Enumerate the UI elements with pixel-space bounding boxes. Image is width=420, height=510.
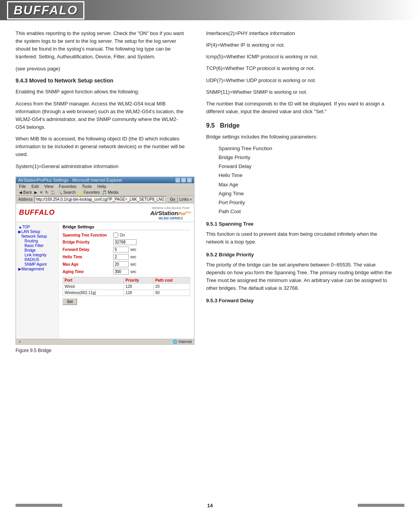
sidebar-routing[interactable]: Routing <box>24 239 56 243</box>
menu-favorites[interactable]: Favorites <box>59 184 76 189</box>
table-row: Wired 128 20 <box>63 283 190 289</box>
sidebar-radius[interactable]: RADIUS <box>24 258 56 262</box>
param-hello-time: Hello Time <box>219 172 393 179</box>
priority-wired: 128 <box>124 283 153 289</box>
sidebar-snmp-agent[interactable]: SNMP Agent <box>24 262 56 266</box>
address-label: Address <box>18 197 33 202</box>
bottom-bar-left-rule <box>16 504 62 507</box>
sidebar-basic-filter[interactable]: Basic Filter <box>24 244 56 248</box>
max-age-label: Max Age <box>63 262 113 266</box>
forward-delay-row: Forward Delay sec <box>63 247 190 252</box>
go-button[interactable]: Go <box>167 196 178 202</box>
sidebar-network-setup[interactable]: Network Setup <box>21 234 56 238</box>
hello-time-input[interactable] <box>113 254 129 260</box>
intro-paragraph: This enables reporting to the syslog ser… <box>16 30 187 61</box>
media-btn[interactable]: 🎵 Media <box>102 190 118 195</box>
param-forward-delay: Forward Delay <box>219 163 393 170</box>
header-bar: BUFFALO <box>0 0 420 20</box>
sidebar-link-integrity[interactable]: Link Integrity <box>24 253 56 257</box>
wireless-label: Wireless LAN Access Point <box>152 206 189 210</box>
col-priority: Priority <box>124 277 153 283</box>
max-age-input[interactable] <box>113 261 129 267</box>
menu-edit[interactable]: Edit <box>32 184 39 189</box>
bridge-form-area: Bridge Settings Spanning Tree Function O… <box>59 222 194 339</box>
section-951-text: This function is used to prevent data fr… <box>206 230 393 246</box>
max-age-unit: sec <box>130 262 136 266</box>
right-line-3: Icmp(5)=Whether ICMP protocol is working… <box>206 53 393 61</box>
status-internet: 🌐 Internet <box>173 340 192 344</box>
left-column: This enables reporting to the syslog ser… <box>0 30 198 358</box>
links-btn[interactable]: Links » <box>179 197 192 202</box>
section-95-heading: 9.5 Bridge <box>206 121 393 131</box>
back-btn[interactable]: ◀ Back <box>19 190 32 195</box>
section-95-num: 9.5 <box>206 122 215 129</box>
aging-time-row: Aging Time sec <box>63 269 190 275</box>
section-95-intro: Bridge settings includes the following p… <box>206 133 393 141</box>
browser-title: AirStationProPlus Settings - Microsoft I… <box>18 178 122 182</box>
bridge-priority-label: Bridge Priority <box>63 240 113 244</box>
sidebar-management[interactable]: ▶Management <box>18 267 56 271</box>
param-bridge-priority: Bridge Priority <box>219 154 393 161</box>
buffalo-logo: BUFFALO <box>7 1 84 19</box>
page-number: 14 <box>62 503 358 508</box>
hello-time-row: Hello Time sec <box>63 254 190 260</box>
right-column: Interfaces(2)=PHY interface information … <box>198 30 408 358</box>
right-line-4: TCP(6)=Whether TCP protocol is working o… <box>206 65 393 72</box>
param-port-priority: Port Priority <box>219 199 393 207</box>
port-wireless: Wireless(802.11g) <box>63 289 124 296</box>
spanning-tree-checkbox[interactable] <box>113 233 118 238</box>
home-btn[interactable]: 🏠 <box>51 190 55 195</box>
airstation-logo: Wireless LAN Access Point AirStationProp… <box>150 205 191 220</box>
menu-tools[interactable]: Tools <box>82 184 92 189</box>
minimize-btn[interactable]: _ <box>175 178 180 182</box>
bridge-priority-row: Bridge Priority <box>63 239 190 245</box>
content-area: This enables reporting to the syslog ser… <box>0 20 420 358</box>
browser-screenshot: AirStationProPlus Settings - Microsoft I… <box>16 177 194 345</box>
section-952-heading: 9.5.2 Bridge Priority <box>206 251 393 259</box>
section-943-heading: 9.4.3 Moved to Network Setup section <box>16 77 187 85</box>
menu-view[interactable]: View <box>44 184 54 189</box>
see-previous: (see previous page) <box>16 65 187 73</box>
section-943-para4: System(1)=General administrative informa… <box>16 163 187 170</box>
search-btn[interactable]: 🔍 Search <box>58 190 75 195</box>
menu-file[interactable]: File <box>19 184 26 189</box>
browser-statusbar: ✓ 🌐 Internet <box>16 339 194 344</box>
station-text: Station <box>158 210 178 216</box>
sidebar-lan-setup[interactable]: ▶LAN Setup <box>18 230 56 234</box>
section-943-para2: Access from the SNMP manager. Access the… <box>16 100 187 131</box>
browser-toolbar: ◀ Back ▶ ✕ ↻ 🏠 🔍 Search ⭐ Favorites 🎵 Me… <box>16 189 194 196</box>
spanning-tree-label: Spanning Tree Function <box>63 233 113 237</box>
table-row: Wireless(802.11g) 128 50 <box>63 289 190 296</box>
page-header-strip: BUFFALO Wireless LAN Access Point AirSta… <box>16 203 194 222</box>
port-table: Port Priority Path cost Wired 128 20 <box>63 277 190 296</box>
maximize-btn[interactable]: □ <box>181 178 186 182</box>
bridge-priority-input[interactable] <box>113 239 136 245</box>
forward-delay-input[interactable] <box>113 247 129 252</box>
section-952-text: The priority of the bridge can be set an… <box>206 261 393 293</box>
pathcost-wireless: 50 <box>154 289 190 296</box>
forward-delay-label: Forward Delay <box>63 247 113 252</box>
menu-help[interactable]: Help <box>97 184 106 189</box>
param-spanning-tree: Spanning Tree Function <box>219 145 393 152</box>
set-button[interactable]: Set <box>63 298 77 305</box>
refresh-btn[interactable]: ↻ <box>45 190 48 195</box>
browser-menubar: File Edit View Favorites Tools Help <box>16 183 194 189</box>
aging-time-input[interactable] <box>113 269 129 275</box>
favorites-btn[interactable]: ⭐ Favorites <box>78 190 100 195</box>
param-path-cost: Path Cost <box>219 208 393 216</box>
section-953-heading: 9.5.3 Forward Delay <box>206 297 393 305</box>
forward-btn[interactable]: ▶ <box>34 190 37 195</box>
spanning-tree-row: Spanning Tree Function On <box>63 233 190 238</box>
browser-titlebar-buttons: _ □ × <box>175 178 192 182</box>
inner-buffalo-logo: BUFFALO <box>19 209 55 217</box>
address-input[interactable] <box>34 196 166 202</box>
param-max-age: Max Age <box>219 181 393 189</box>
sidebar-top[interactable]: ▲TOP <box>18 225 56 229</box>
max-age-row: Max Age sec <box>63 261 190 267</box>
sidebar-bridge[interactable]: Bridge <box>24 248 56 252</box>
right-line-2: IP(4)=Whether IP is working or not. <box>206 41 393 49</box>
stop-btn[interactable]: ✕ <box>40 190 43 195</box>
close-btn[interactable]: × <box>187 178 192 182</box>
forward-delay-unit: sec <box>130 247 136 252</box>
hello-time-label: Hello Time <box>63 255 113 259</box>
